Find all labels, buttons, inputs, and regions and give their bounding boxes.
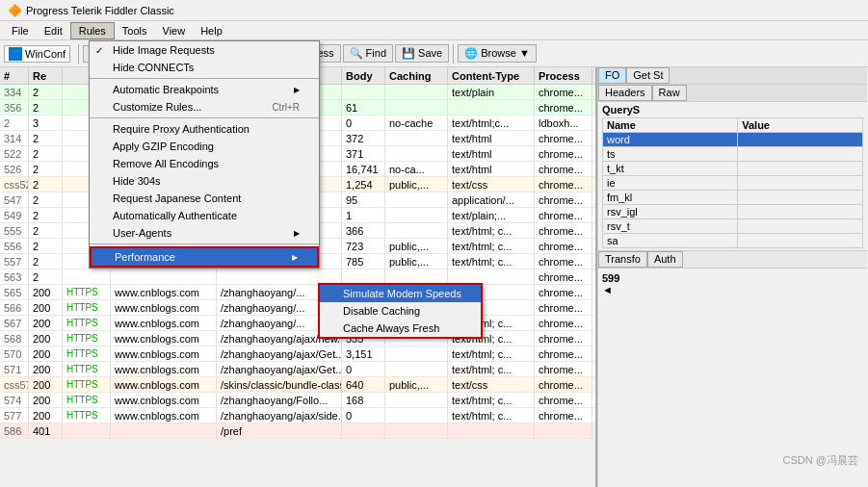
table-row[interactable]: css572 200 HTTPS www.cnblogs.com /skins/… [0,377,595,393]
td-caching [385,131,448,145]
td-process: chrome... [535,362,592,376]
query-name-ie: ie [603,176,738,191]
td-hash: 574 [0,393,29,407]
td-ctype: text/html; c... [448,393,535,407]
td-process: chrome... [535,346,592,361]
tab-auth[interactable]: Auth [647,251,683,268]
right-bottom-section: Transfo Auth 599 ◄ [598,251,867,487]
tab-raw[interactable]: Raw [652,85,687,101]
table-row[interactable]: 568 200 HTTPS www.cnblogs.com /zhanghaoy… [0,331,595,346]
menu-performance[interactable]: Performance [90,246,319,268]
col-header-hash: # [0,67,29,84]
query-row-ie[interactable]: ie [603,176,863,191]
td-result: 2 [29,131,63,145]
table-row[interactable]: 586 401 /pref [0,423,595,439]
td-protocol [63,269,111,284]
td-body: 723 [342,239,385,253]
tab-fo[interactable]: FO [598,67,626,84]
table-row[interactable]: 567 200 HTTPS www.cnblogs.com /zhanghaoy… [0,316,595,331]
menu-help[interactable]: Help [193,23,230,38]
col-header-comments: Comments [592,67,597,84]
td-result: 401 [29,423,63,438]
td-result: 2 [29,269,63,284]
find-button[interactable]: 🔍 Find [343,44,393,63]
td-host: www.cnblogs.com [111,408,217,423]
query-row-tkt[interactable]: t_kt [603,162,863,176]
td-result: 2 [29,239,63,253]
query-row-fmkl[interactable]: fm_kl [603,191,863,205]
menu-file[interactable]: File [4,23,37,38]
col-header-caching: Caching [385,67,448,84]
td-hash: 547 [0,192,29,207]
menu-hide-304s[interactable]: Hide 304s [90,172,319,190]
td-url: /zhanghaoyang/ajax/side... [217,408,342,423]
table-row[interactable]: 577 200 HTTPS www.cnblogs.com /zhanghaoy… [0,408,595,423]
td-ctype: text/html [448,162,535,176]
td-comments [592,239,595,253]
query-name-word: word [603,133,738,147]
query-row-rsvigl[interactable]: rsv_igl [603,205,863,219]
tab-headers[interactable]: Headers [598,85,652,101]
td-ctype: text/css [448,377,535,392]
td-process: chrome... [535,269,592,284]
td-hash: 526 [0,162,29,176]
menu-auto-authenticate[interactable]: Automatically Authenticate [90,207,319,224]
menu-view[interactable]: View [155,23,194,38]
td-ctype: text/plain [448,85,535,99]
td-hash: 586 [0,423,29,438]
menu-apply-gzip[interactable]: Apply GZIP Encoding [90,138,319,155]
submenu-cache-always-fresh[interactable]: Cache Always Fresh [320,320,481,337]
td-comments [592,162,595,176]
table-row[interactable]: 566 200 HTTPS www.cnblogs.com /zhanghaoy… [0,300,595,316]
query-row-rsvt[interactable]: rsv_t [603,219,863,234]
td-process: chrome... [535,300,592,315]
td-caching [385,223,448,238]
td-url: /skins/classic/bundle-classi... [217,377,342,392]
table-row[interactable]: 565 200 HTTPS www.cnblogs.com /zhanghaoy… [0,285,595,300]
submenu-simulate-modem[interactable]: Simulate Modem Speeds [320,285,481,302]
bottom-content: 599 ◄ [598,269,867,299]
table-row[interactable]: 563 2 chrome... [0,269,595,285]
menu-edit[interactable]: Edit [37,23,70,38]
td-caching: public,... [385,377,448,392]
col-header-result: Re [29,67,63,84]
query-row-sa[interactable]: sa [603,234,863,248]
td-hash: 334 [0,85,29,99]
menu-require-proxy-auth[interactable]: Require Proxy Authentication [90,120,319,138]
menu-rules[interactable]: Rules [70,22,115,39]
td-comments [592,192,595,207]
table-row[interactable]: 571 200 HTTPS www.cnblogs.com /zhanghaoy… [0,362,595,377]
menu-hide-image-requests[interactable]: Hide Image Requests [90,41,319,59]
query-value-sa [738,234,863,248]
save-button[interactable]: 💾 Save [395,44,449,63]
table-row[interactable]: 574 200 HTTPS www.cnblogs.com /zhanghaoy… [0,393,595,408]
menu-remove-encodings[interactable]: Remove All Encodings [90,155,319,172]
menu-hide-connects[interactable]: Hide CONNECTs [90,59,319,76]
td-body: 0 [342,408,385,423]
menu-tools[interactable]: Tools [115,23,155,38]
td-process: chrome... [535,316,592,330]
menu-customize-rules[interactable]: Customize Rules... Ctrl+R [90,98,319,115]
td-url: /zhanghaoyang/Follo... [217,393,342,407]
submenu-disable-caching[interactable]: Disable Caching [320,302,481,320]
td-comments [592,300,595,315]
td-ctype: text/html; c... [448,362,535,376]
td-process: chrome... [535,162,592,176]
table-row[interactable]: 570 200 HTTPS www.cnblogs.com /zhanghaoy… [0,346,595,362]
query-row-ts[interactable]: ts [603,147,863,162]
winconf-button[interactable]: WinConf [4,45,70,63]
td-result: 200 [29,408,63,423]
menu-request-japanese[interactable]: Request Japanese Content [90,190,319,207]
td-comments [592,377,595,392]
td-hash: 314 [0,131,29,145]
customize-rules-shortcut: Ctrl+R [272,102,300,113]
td-body: 371 [342,146,385,161]
menu-automatic-breakpoints[interactable]: Automatic Breakpoints [90,81,319,98]
browse-button[interactable]: 🌐 Browse ▼ [458,44,537,63]
td-comments [592,346,595,361]
td-process: chrome... [535,177,592,192]
tab-getst[interactable]: Get St [626,67,670,84]
menu-user-agents[interactable]: User-Agents [90,224,319,242]
query-row-word[interactable]: word [603,133,863,147]
tab-transfo[interactable]: Transfo [598,251,647,268]
